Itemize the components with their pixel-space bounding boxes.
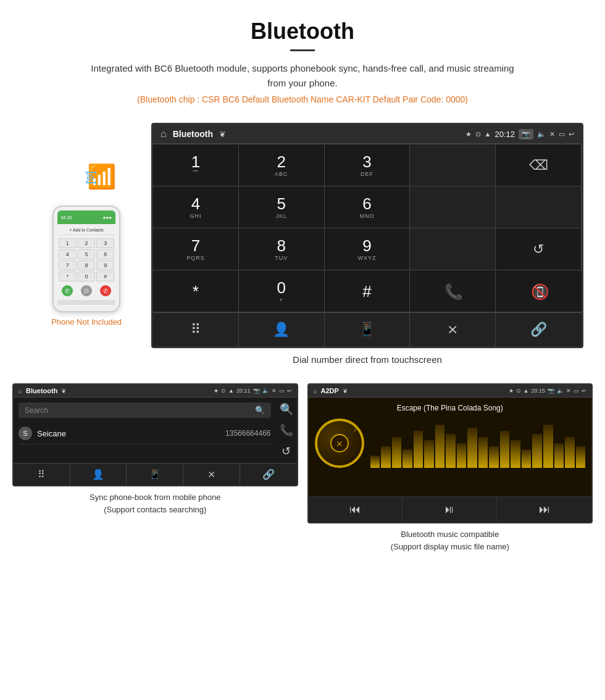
toolbar-link-btn[interactable]: 🔗 xyxy=(496,313,582,346)
dial-key-0[interactable]: 0+ xyxy=(239,270,325,312)
pb-usb-icon: ❦ xyxy=(61,388,66,394)
pb-bt-icon: ★ xyxy=(214,388,219,394)
pb-time: 20:11 xyxy=(236,388,251,394)
close-icon[interactable]: ✕ xyxy=(549,130,555,138)
pb-vol[interactable]: 🔈 xyxy=(262,388,269,394)
pb-refresh-icon[interactable]: ↺ xyxy=(282,444,291,458)
search-icon[interactable]: 🔍 xyxy=(255,406,265,415)
music-status-bar: ⌂ A2DP ❦ ★ ⊙ ▲ 20:15 📷 🔈 ✕ ▭ ↩ xyxy=(309,385,592,398)
music-screen-wrap: ⌂ A2DP ❦ ★ ⊙ ▲ 20:15 📷 🔈 ✕ ▭ ↩ xyxy=(307,383,593,552)
pb-back[interactable]: ↩ xyxy=(287,388,292,394)
pb-tb-link[interactable]: 🔗 xyxy=(240,464,297,485)
contact-row[interactable]: S Seicane 13566664466 xyxy=(19,423,271,444)
ms-close[interactable]: ✕ xyxy=(566,388,571,394)
search-bar[interactable]: Search 🔍 xyxy=(19,402,271,418)
toolbar-dialpad-btn[interactable]: ⠿ xyxy=(153,313,239,346)
svg-text:📵: 📵 xyxy=(531,283,548,301)
play-pause-button[interactable]: ⏯ xyxy=(403,497,497,522)
dial-key-7[interactable]: 7PQRS xyxy=(153,228,239,270)
music-notes-icon: ♪ xyxy=(354,426,357,433)
svg-text:📞: 📞 xyxy=(444,283,462,301)
svg-text:⨊: ⨊ xyxy=(82,167,101,187)
pb-win[interactable]: ▭ xyxy=(279,388,285,394)
ms-cam[interactable]: 📷 xyxy=(548,388,554,394)
phonebook-status-bar: ⌂ Bluetooth ❦ ★ ⊙ ▲ 20:11 📷 🔈 ✕ ▭ ↩ xyxy=(14,385,297,398)
car-screen: ⌂ Bluetooth ❦ ★ ⊙ ▲ 20:12 📷 🔈 ✕ ▭ ↩ xyxy=(151,123,583,348)
song-title: Escape (The Pina Colada Song) xyxy=(397,404,503,412)
phonebook-caption: Sync phone-book from mobile phone (Suppo… xyxy=(12,491,298,515)
ms-time: 20:15 xyxy=(531,388,545,394)
empty-3 xyxy=(410,228,496,270)
dialpad-grid: 1⁀ 2ABC 3DEF ⌫ 4GHI 5JKL 6MNO xyxy=(153,144,582,312)
dial-key-hash[interactable]: # xyxy=(325,270,411,312)
music-screen: ⌂ A2DP ❦ ★ ⊙ ▲ 20:15 📷 🔈 ✕ ▭ ↩ xyxy=(307,383,593,523)
page-title: Bluetooth xyxy=(12,19,593,44)
prev-track-button[interactable]: ⏮ xyxy=(309,497,403,522)
pb-screen-title: Bluetooth xyxy=(26,387,57,394)
dial-key-2[interactable]: 2ABC xyxy=(239,144,325,186)
large-screen-caption: Dial number direct from touchscreen xyxy=(151,354,583,365)
pb-tb-recent[interactable]: 📱 xyxy=(127,464,183,485)
ms-win[interactable]: ▭ xyxy=(574,388,579,394)
back-icon[interactable]: ↩ xyxy=(569,130,574,138)
dial-key-8[interactable]: 8TUV xyxy=(239,228,325,270)
dial-key-1[interactable]: 1⁀ xyxy=(153,144,239,186)
header-divider xyxy=(290,49,315,51)
volume-icon[interactable]: 🔈 xyxy=(537,130,546,138)
phone-mockup: M:20 ●●● + Add to Contacts 123 456 789 *… xyxy=(52,206,120,312)
contact-name: Seicane xyxy=(37,429,225,438)
phonebook-screen: ⌂ Bluetooth ❦ ★ ⊙ ▲ 20:11 📷 🔈 ✕ ▭ ↩ xyxy=(12,383,298,486)
pb-home-icon[interactable]: ⌂ xyxy=(19,388,22,394)
signal-icon: ▲ xyxy=(485,130,491,138)
ms-screen-title: A2DP xyxy=(321,387,339,394)
next-track-button[interactable]: ⏭ xyxy=(497,497,591,522)
dial-key-star[interactable]: * xyxy=(153,270,239,312)
dial-key-5[interactable]: 5JKL xyxy=(239,186,325,228)
dial-hangup-button[interactable]: 📵 xyxy=(496,270,582,312)
dial-delete-key[interactable]: ⌫ xyxy=(496,144,582,186)
dial-refresh-key[interactable]: ↺ xyxy=(496,228,582,270)
pb-tb-bluetooth[interactable]: ⨯ xyxy=(183,464,240,485)
ms-vol[interactable]: 🔈 xyxy=(557,388,564,394)
ms-home-icon[interactable]: ⌂ xyxy=(314,388,317,394)
dial-key-4[interactable]: 4GHI xyxy=(153,186,239,228)
pb-phone-icon[interactable]: 📞 xyxy=(280,423,293,437)
bluetooth-signal-icon: 📶 ⨊ xyxy=(82,160,116,199)
phonebook-bottom-bar: ⠿ 👤 📱 ⨯ 🔗 xyxy=(14,463,297,485)
ms-bt-icon: ★ xyxy=(509,388,514,394)
dial-call-button[interactable]: 📞 xyxy=(410,270,496,312)
empty-2 xyxy=(496,186,582,228)
dial-key-9[interactable]: 9WXYZ xyxy=(325,228,411,270)
home-icon[interactable]: ⌂ xyxy=(161,128,167,140)
main-content: 📶 ⨊ M:20 ●●● + Add to Contacts 123 456 7… xyxy=(0,123,605,377)
pb-tb-dialpad[interactable]: ⠿ xyxy=(14,464,70,485)
toolbar-recent-calls-btn[interactable]: 📱 xyxy=(325,313,411,346)
music-main-area: ⨯ ♪ xyxy=(315,419,586,468)
camera-button[interactable]: 📷 xyxy=(519,129,533,140)
location-icon: ⊙ xyxy=(475,130,481,138)
bluetooth-icon: ★ xyxy=(465,130,472,138)
empty-1 xyxy=(410,186,496,228)
bottom-toolbar: ⠿ 👤 📱 ⨯ 🔗 xyxy=(153,312,582,346)
dial-key-3[interactable]: 3DEF xyxy=(325,144,411,186)
phone-area: 📶 ⨊ M:20 ●●● + Add to Contacts 123 456 7… xyxy=(22,123,151,327)
usb-icon: ❦ xyxy=(219,130,226,139)
screen-title: Bluetooth xyxy=(173,129,213,139)
album-art: ⨯ ♪ xyxy=(315,419,364,468)
ms-loc-icon: ⊙ xyxy=(516,388,521,394)
phone-not-included-label: Phone Not Included xyxy=(51,317,122,327)
window-icon[interactable]: ▭ xyxy=(559,130,565,138)
ms-sig-icon: ▲ xyxy=(524,388,529,394)
toolbar-contacts-btn[interactable]: 👤 xyxy=(239,313,325,346)
search-placeholder: Search xyxy=(25,406,48,415)
time-display: 20:12 xyxy=(494,130,515,139)
ms-back[interactable]: ↩ xyxy=(582,388,586,394)
pb-tb-contacts[interactable]: 👤 xyxy=(70,464,127,485)
dial-key-6[interactable]: 6MNO xyxy=(325,186,411,228)
pb-search-icon[interactable]: 🔍 xyxy=(280,402,293,416)
page-header: Bluetooth Integrated with BC6 Bluetooth … xyxy=(0,0,605,123)
pb-cam[interactable]: 📷 xyxy=(253,388,260,394)
toolbar-bluetooth-btn[interactable]: ⨯ xyxy=(410,313,496,346)
pb-close[interactable]: ✕ xyxy=(272,388,277,394)
specs-text: (Bluetooth chip : CSR BC6 Default Blueto… xyxy=(12,94,593,104)
